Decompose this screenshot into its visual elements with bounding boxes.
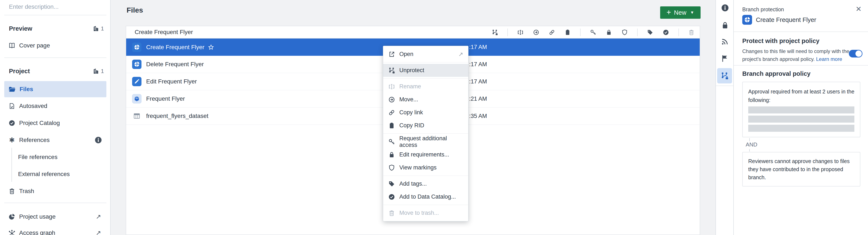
menu-divider	[383, 78, 468, 79]
lock-icon	[388, 151, 395, 158]
description-input[interactable]: Enter description...	[9, 3, 59, 10]
menu-item-label: Request additional access	[399, 135, 463, 148]
action-file-icon	[742, 15, 752, 25]
file-name: Frequent Flyer	[146, 95, 185, 102]
menu-item-copy-rid[interactable]: Copy RID	[383, 119, 468, 132]
menu-item-copy-link[interactable]: Copy link	[383, 106, 468, 119]
page-title: Files	[127, 6, 143, 14]
references-info-icon[interactable]	[94, 136, 102, 144]
shield-icon[interactable]	[621, 29, 628, 35]
file-modified: :17 AM	[469, 78, 487, 85]
file-modified: :35 AM	[469, 113, 487, 119]
dataset-icon	[132, 111, 142, 121]
menu-item-label: Add to Data Catalog...	[399, 194, 456, 200]
menu-divider	[383, 62, 468, 62]
sidebar-item-file-references[interactable]: File references	[18, 152, 57, 162]
divider	[4, 15, 106, 15]
redacted-group-bar	[748, 125, 855, 132]
protect-policy-toggle[interactable]	[849, 50, 863, 57]
menu-item-label: Copy RID	[399, 122, 424, 129]
close-icon[interactable]: ✕	[856, 5, 862, 13]
menu-item-label: Move...	[399, 96, 418, 103]
sidebar-item-files[interactable]: Files	[4, 81, 106, 97]
sidebar-item-external-references[interactable]: External references	[18, 170, 70, 179]
rename-icon[interactable]	[517, 29, 524, 35]
menu-item-label: Move to trash...	[399, 210, 439, 216]
trash-icon	[8, 188, 15, 195]
menu-item-view-markings[interactable]: View markings	[383, 161, 468, 174]
approval-rule-text: Approval required from at least 2 users …	[748, 87, 855, 96]
info-icon[interactable]	[721, 4, 729, 12]
open-icon	[388, 51, 395, 58]
redacted-group-bar	[748, 116, 855, 123]
new-button[interactable]: + New ▼	[660, 6, 701, 19]
menu-item-unprotect[interactable]: Unprotect	[383, 64, 468, 77]
toolbar-divider	[637, 29, 638, 36]
and-label: AND	[746, 141, 757, 148]
toolbar-divider	[678, 29, 679, 36]
pie-chart-icon	[8, 213, 15, 220]
menu-item-open[interactable]: Open ↗	[383, 48, 468, 61]
badge-check-icon[interactable]	[663, 29, 669, 35]
move-icon	[388, 96, 395, 103]
sidebar-item-references[interactable]: ✱ References	[8, 136, 50, 145]
sidebar-item-trash[interactable]: Trash	[8, 186, 34, 196]
branch-protect-icon[interactable]	[492, 29, 498, 35]
branch-protection-tab-selected[interactable]	[717, 68, 732, 83]
badge-check-icon	[388, 194, 395, 200]
menu-item-move[interactable]: Move...	[383, 93, 468, 106]
sidebar-item-label: Files	[20, 86, 33, 93]
reviewers-rule-box: Reviewers cannot approve changes to file…	[742, 152, 860, 186]
selection-toolbar	[492, 26, 694, 38]
file-name: Delete Frequent Flyer	[146, 61, 204, 68]
divider	[4, 203, 106, 203]
menu-item-add-tags[interactable]: Add tags...	[383, 177, 468, 190]
key-icon[interactable]	[590, 29, 596, 35]
flag-icon[interactable]	[721, 55, 729, 63]
star-icon[interactable]	[208, 44, 214, 51]
building-icon	[93, 68, 99, 74]
redacted-group-bar	[748, 107, 855, 114]
menu-item-label: Rename	[399, 83, 421, 90]
new-button-label: New	[674, 9, 686, 16]
link-icon[interactable]	[549, 29, 555, 35]
menu-item-add-to-data-catalog[interactable]: Add to Data Catalog...	[383, 190, 468, 203]
key-icon	[388, 138, 395, 145]
menu-item-move-to-trash[interactable]: Move to trash...	[383, 206, 468, 219]
trash-icon[interactable]	[688, 29, 694, 35]
move-icon[interactable]	[533, 29, 539, 35]
branch-approval-policy-title: Branch approval policy	[742, 70, 811, 77]
lock-icon[interactable]	[606, 29, 612, 35]
toggle-knob	[856, 51, 862, 57]
sidebar-item-label: Access graph	[19, 230, 55, 235]
menu-item-request-access[interactable]: Request additional access	[383, 135, 468, 148]
toolbar-divider	[580, 29, 581, 36]
feed-icon[interactable]	[721, 37, 729, 46]
divider	[4, 57, 106, 58]
sidebar-item-project-usage[interactable]: Project usage	[8, 212, 56, 222]
tag-icon[interactable]	[647, 29, 653, 35]
sidebar-item-label: References	[19, 137, 50, 144]
sidebar-item-autosaved[interactable]: Autosaved	[8, 101, 47, 111]
object-file-icon	[132, 94, 142, 104]
menu-item-rename[interactable]: Rename	[383, 80, 468, 93]
shield-icon	[388, 164, 395, 171]
trash-icon	[388, 210, 395, 216]
panel-title: Branch protection	[742, 6, 784, 12]
divider	[734, 31, 868, 32]
sidebar-item-access-graph[interactable]: Access graph	[8, 228, 55, 235]
sidebar-item-label: Autosaved	[19, 102, 47, 110]
badge-check-icon	[8, 120, 15, 126]
menu-item-label: View markings	[399, 164, 437, 171]
learn-more-link[interactable]: Learn more	[816, 56, 842, 62]
sidebar-item-project-catalog[interactable]: Project Catalog	[8, 118, 60, 128]
section-project-label: Project	[9, 66, 30, 76]
rename-icon	[388, 83, 395, 90]
file-modified: :17 AM	[469, 61, 487, 68]
connector-line	[749, 138, 750, 141]
lock-icon[interactable]	[721, 21, 729, 29]
menu-item-edit-requirements[interactable]: Edit requirements...	[383, 148, 468, 161]
project-branch-badge: 1	[93, 66, 104, 76]
clipboard-icon[interactable]	[564, 29, 571, 35]
sidebar-item-cover-page[interactable]: Cover page	[8, 41, 50, 50]
